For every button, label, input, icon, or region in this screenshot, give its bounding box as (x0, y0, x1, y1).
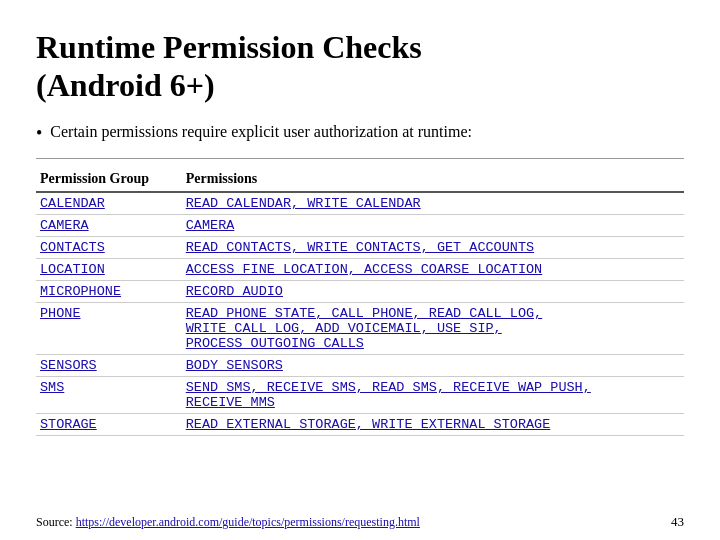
table-row: LOCATIONACCESS_FINE_LOCATION, ACCESS_COA… (36, 259, 684, 281)
source-label: Source: (36, 515, 73, 529)
permission-group-cell: STORAGE (36, 414, 182, 436)
table-row: CALENDARREAD_CALENDAR, WRITE_CALENDAR (36, 192, 684, 215)
permission-list-cell: RECORD_AUDIO (182, 281, 684, 303)
permissions-table: Permission Group Permissions CALENDARREA… (36, 167, 684, 436)
table-row: CAMERACAMERA (36, 215, 684, 237)
table-row: MICROPHONERECORD_AUDIO (36, 281, 684, 303)
footer: Source: https://developer.android.com/gu… (36, 515, 684, 530)
permission-group-cell: CALENDAR (36, 192, 182, 215)
table-header-row: Permission Group Permissions (36, 167, 684, 192)
permission-list-cell: READ_CALENDAR, WRITE_CALENDAR (182, 192, 684, 215)
table-row: CONTACTSREAD_CONTACTS, WRITE_CONTACTS, G… (36, 237, 684, 259)
permission-group-cell: SMS (36, 377, 182, 414)
permission-group-cell: CONTACTS (36, 237, 182, 259)
table-row: STORAGEREAD_EXTERNAL_STORAGE, WRITE_EXTE… (36, 414, 684, 436)
title-line2: (Android 6+) (36, 67, 215, 103)
bullet-item: • Certain permissions require explicit u… (36, 123, 684, 145)
table-row: SMSSEND_SMS, RECEIVE_SMS, READ_SMS, RECE… (36, 377, 684, 414)
table-row: SENSORSBODY_SENSORS (36, 355, 684, 377)
divider (36, 158, 684, 159)
permission-list-cell: SEND_SMS, RECEIVE_SMS, READ_SMS, RECEIVE… (182, 377, 684, 414)
permission-list-cell: BODY_SENSORS (182, 355, 684, 377)
permission-group-cell: CAMERA (36, 215, 182, 237)
permission-group-cell: LOCATION (36, 259, 182, 281)
source-link[interactable]: https://developer.android.com/guide/topi… (76, 515, 420, 529)
col-header-permissions: Permissions (182, 167, 684, 192)
permission-group-cell: SENSORS (36, 355, 182, 377)
permission-list-cell: READ_PHONE_STATE, CALL_PHONE, READ_CALL_… (182, 303, 684, 355)
permission-list-cell: READ_EXTERNAL_STORAGE, WRITE_EXTERNAL_ST… (182, 414, 684, 436)
slide: Runtime Permission Checks (Android 6+) •… (0, 0, 720, 540)
slide-title: Runtime Permission Checks (Android 6+) (36, 28, 684, 105)
col-header-group: Permission Group (36, 167, 182, 192)
permission-group-cell: MICROPHONE (36, 281, 182, 303)
table-row: PHONEREAD_PHONE_STATE, CALL_PHONE, READ_… (36, 303, 684, 355)
permission-group-cell: PHONE (36, 303, 182, 355)
permission-list-cell: READ_CONTACTS, WRITE_CONTACTS, GET_ACCOU… (182, 237, 684, 259)
permission-list-cell: CAMERA (182, 215, 684, 237)
permission-list-cell: ACCESS_FINE_LOCATION, ACCESS_COARSE_LOCA… (182, 259, 684, 281)
bullet-dot: • (36, 123, 42, 145)
page-number: 43 (671, 514, 684, 530)
title-line1: Runtime Permission Checks (36, 29, 422, 65)
bullet-text: Certain permissions require explicit use… (50, 123, 472, 141)
